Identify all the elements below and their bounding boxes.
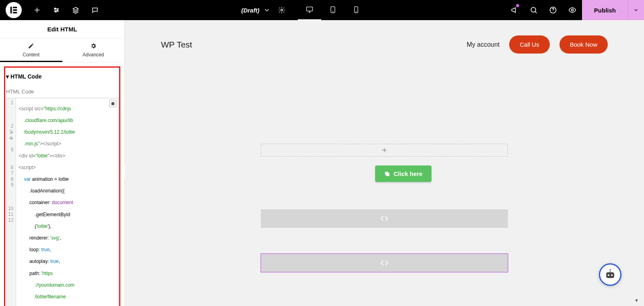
svg-rect-1 (13, 7, 17, 8)
tab-advanced-label: Advanced (83, 52, 104, 58)
svg-rect-2 (13, 9, 17, 11)
whats-new-button[interactable] (505, 0, 524, 20)
code-body[interactable]: <script src="https://cdnjs .cloudflare.c… (16, 98, 118, 306)
document-dropdown[interactable] (262, 0, 272, 20)
svg-point-5 (57, 10, 58, 11)
elementor-icon (9, 6, 18, 14)
svg-rect-19 (385, 172, 388, 175)
sliders-icon (53, 6, 60, 14)
chat-icon (91, 6, 99, 14)
site-title[interactable]: WP Test (161, 40, 192, 50)
megaphone-icon (510, 6, 518, 14)
header-nav: My account Call Us Book Now (466, 35, 608, 54)
notes-button[interactable] (85, 0, 105, 20)
eye-icon (568, 6, 576, 14)
svg-point-24 (610, 269, 611, 271)
svg-point-10 (333, 12, 333, 12)
publish-button[interactable]: Publish (582, 0, 628, 20)
html-widget-placeholder-selected[interactable] (261, 254, 508, 272)
copy-icon (384, 171, 390, 177)
svg-point-4 (55, 8, 56, 9)
help-button[interactable] (543, 0, 563, 20)
document-status: (Draft) (241, 7, 259, 14)
desktop-device-button[interactable] (298, 0, 321, 20)
add-element-button[interactable] (27, 0, 47, 20)
page-header: WP Test My account Call Us Book Now (125, 26, 644, 63)
chevron-down-icon (263, 6, 270, 14)
robot-icon (603, 268, 617, 281)
svg-point-6 (55, 11, 56, 12)
svg-point-7 (281, 9, 283, 11)
caret-down-icon: ▾ (6, 73, 9, 80)
mobile-icon (352, 6, 360, 14)
svg-point-21 (608, 274, 609, 276)
code-icon (380, 258, 389, 267)
desktop-icon (305, 6, 314, 14)
field-label-html-code: HTML Code (5, 81, 119, 98)
gear-icon (278, 6, 285, 14)
panel-title: Edit HTML (0, 20, 124, 39)
gear-icon (62, 43, 125, 50)
tab-advanced[interactable]: Advanced (62, 39, 125, 62)
notification-dot (516, 4, 519, 7)
html-widget-placeholder[interactable] (261, 209, 508, 228)
svg-rect-16 (111, 102, 114, 105)
editor-panel: Edit HTML Content Advanced ▾ HTML Code H… (0, 20, 125, 306)
ai-assist-button[interactable] (109, 100, 116, 107)
tablet-icon (329, 6, 337, 14)
elementor-logo[interactable] (6, 2, 22, 18)
topbar-left (0, 0, 105, 20)
ai-icon (111, 101, 115, 106)
topbar-center: (Draft) (241, 0, 368, 20)
svg-rect-8 (307, 7, 313, 11)
topbar-right: Publish (505, 0, 644, 20)
svg-rect-20 (606, 272, 614, 278)
panel-tabs: Content Advanced (0, 39, 124, 62)
section-title: HTML Code (10, 73, 42, 80)
assistant-fab[interactable] (599, 263, 621, 286)
mobile-device-button[interactable] (345, 0, 368, 20)
code-icon (380, 214, 389, 223)
nav-my-account[interactable]: My account (466, 41, 500, 48)
svg-rect-0 (10, 7, 12, 14)
chevron-down-icon (633, 7, 639, 13)
pencil-icon (0, 43, 62, 50)
responsive-switcher (298, 0, 368, 20)
page-settings-button[interactable] (272, 0, 291, 20)
click-here-button[interactable]: Click here (375, 165, 431, 182)
svg-point-13 (531, 7, 536, 12)
tab-content-label: Content (23, 52, 39, 58)
site-settings-button[interactable] (47, 0, 66, 20)
svg-rect-3 (13, 12, 17, 14)
plus-icon (33, 6, 41, 14)
scroll-down-indicator[interactable]: ▼ (634, 298, 640, 304)
call-us-button[interactable]: Call Us (509, 35, 549, 54)
svg-point-22 (611, 274, 613, 276)
preview-canvas[interactable]: WP Test My account Call Us Book Now Clic… (125, 20, 644, 306)
svg-point-15 (571, 9, 573, 11)
help-icon (549, 6, 557, 14)
preview-button[interactable] (563, 0, 582, 20)
add-section-zone[interactable] (261, 144, 508, 157)
tablet-device-button[interactable] (321, 0, 345, 20)
layers-icon (72, 6, 79, 14)
html-code-section-highlight: ▾ HTML Code HTML Code 1 2 3 ▾ 4 ▾ 5 6 7 … (4, 66, 120, 306)
section-header-html-code[interactable]: ▾ HTML Code (5, 72, 119, 81)
book-now-button[interactable]: Book Now (559, 35, 608, 54)
plus-icon (381, 147, 388, 153)
finder-button[interactable] (524, 0, 543, 20)
structure-button[interactable] (66, 0, 85, 20)
search-icon (530, 6, 538, 14)
publish-options-button[interactable] (628, 0, 644, 20)
code-gutter: 1 2 3 ▾ 4 ▾ 5 6 7 8 9 10 11 12 (6, 98, 16, 306)
svg-point-12 (356, 12, 357, 12)
html-code-editor[interactable]: 1 2 3 ▾ 4 ▾ 5 6 7 8 9 10 11 12 (6, 98, 118, 306)
tab-content[interactable]: Content (0, 39, 62, 62)
top-bar: (Draft) Publish (0, 0, 644, 20)
